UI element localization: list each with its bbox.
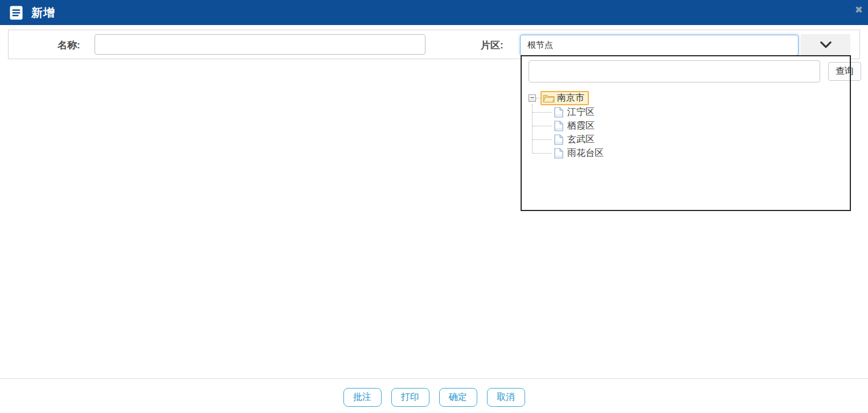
- document-leaf-icon: [554, 148, 563, 159]
- name-field-label: 名称:: [58, 39, 80, 52]
- tree-node-label: 南京市: [557, 92, 584, 104]
- area-tree: − 南京市 江宁区 栖霞区: [522, 90, 847, 160]
- document-icon: [10, 6, 23, 20]
- search-button[interactable]: 查询: [828, 62, 861, 81]
- open-folder-icon: [543, 93, 555, 103]
- name-input[interactable]: [95, 34, 425, 55]
- tree-node-label: 栖霞区: [567, 120, 595, 132]
- tree-node-child[interactable]: 玄武区: [522, 133, 847, 146]
- footer-divider: [0, 378, 868, 379]
- tree-node-root-label-box[interactable]: 南京市: [541, 91, 589, 105]
- footer-button-bar: 批注 打印 确定 取消: [0, 388, 868, 407]
- document-leaf-icon: [554, 121, 563, 131]
- tree-node-label: 江宁区: [567, 106, 595, 118]
- document-leaf-icon: [554, 134, 563, 145]
- tree-connector-stub: [536, 98, 541, 98]
- confirm-button[interactable]: 确定: [439, 388, 477, 407]
- print-button[interactable]: 打印: [391, 388, 429, 407]
- chevron-down-icon: [820, 41, 832, 49]
- annotate-button[interactable]: 批注: [343, 388, 382, 407]
- dialog-title: 新增: [31, 5, 55, 20]
- area-combo-input[interactable]: [520, 35, 799, 56]
- tree-node-label: 雨花台区: [567, 147, 604, 159]
- area-field-label: 片区:: [481, 39, 503, 52]
- tree-node-child[interactable]: 栖霞区: [522, 119, 847, 133]
- dialog-titlebar: 新增: [0, 0, 868, 25]
- tree-node-label: 玄武区: [567, 134, 595, 146]
- document-leaf-icon: [554, 107, 563, 118]
- close-icon[interactable]: ✖: [855, 5, 863, 15]
- cancel-button[interactable]: 取消: [487, 388, 525, 407]
- tree-node-child[interactable]: 江宁区: [522, 105, 847, 119]
- area-combo-trigger-button[interactable]: [801, 34, 850, 56]
- tree-node-root[interactable]: − 南京市: [522, 90, 847, 105]
- collapse-icon[interactable]: −: [529, 94, 536, 102]
- tree-node-child[interactable]: 雨花台区: [522, 146, 847, 160]
- area-dropdown-panel: 查询 − 南京市 江宁区: [521, 55, 851, 211]
- tree-search-input[interactable]: [529, 60, 820, 82]
